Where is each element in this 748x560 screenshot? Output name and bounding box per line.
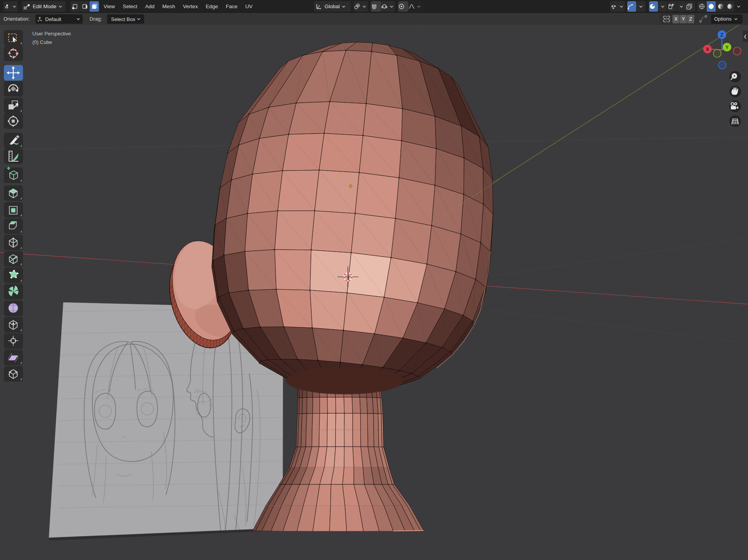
svg-text:Z: Z: [720, 32, 723, 38]
svg-text:X: X: [706, 47, 709, 52]
svg-text:Y: Y: [725, 45, 729, 50]
